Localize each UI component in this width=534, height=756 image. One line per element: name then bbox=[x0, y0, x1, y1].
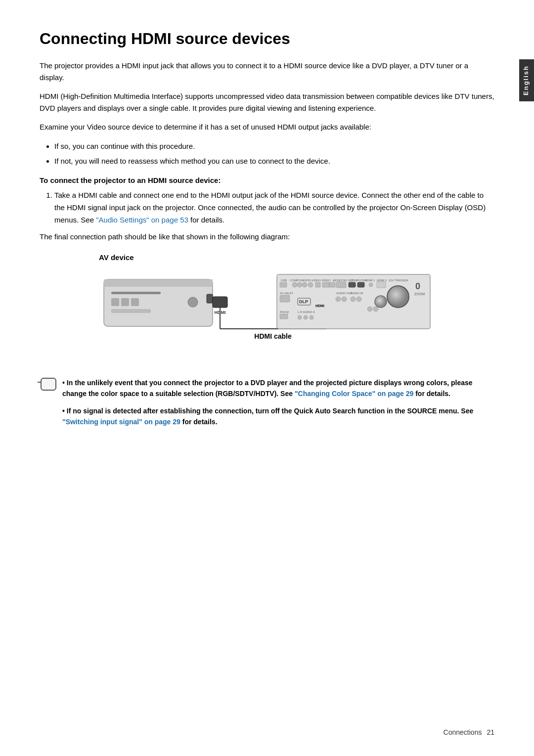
page-title: Connecting HDMI source devices bbox=[40, 30, 494, 48]
svg-text:RS232: RS232 bbox=[280, 311, 289, 313]
svg-point-61 bbox=[310, 315, 313, 319]
svg-point-52 bbox=[375, 296, 387, 308]
svg-text:HDMI 1: HDMI 1 bbox=[365, 279, 375, 282]
svg-rect-57 bbox=[280, 314, 288, 319]
note2-bullet: • bbox=[62, 407, 67, 415]
steps-list: Take a HDMI cable and connect one end to… bbox=[54, 189, 494, 226]
svg-text:0: 0 bbox=[415, 281, 420, 291]
svg-rect-38 bbox=[357, 282, 364, 287]
svg-rect-42 bbox=[280, 295, 290, 302]
page-footer: Connections 21 bbox=[444, 728, 494, 736]
svg-text:HDMI 2: HDMI 2 bbox=[377, 279, 387, 282]
list-item: If not, you will need to reassess which … bbox=[54, 155, 494, 168]
footer-text: Connections bbox=[444, 728, 482, 736]
svg-rect-8 bbox=[111, 309, 151, 313]
svg-point-59 bbox=[298, 315, 302, 319]
svg-point-60 bbox=[304, 315, 308, 319]
svg-text:USB: USB bbox=[281, 279, 287, 282]
svg-rect-10 bbox=[213, 297, 227, 308]
svg-point-32 bbox=[308, 282, 313, 287]
subsection-title: To connect the projector to an HDMI sour… bbox=[40, 176, 494, 184]
diagram-area: AV device bbox=[40, 253, 494, 363]
footer-page: 21 bbox=[487, 728, 494, 736]
svg-rect-6 bbox=[131, 298, 139, 306]
svg-point-48 bbox=[356, 297, 361, 302]
svg-point-39 bbox=[369, 283, 373, 287]
note2-text: • If no signal is detected after establi… bbox=[62, 405, 494, 428]
step1-end: for details. bbox=[188, 216, 224, 224]
svg-text:HDMI cable: HDMI cable bbox=[254, 332, 292, 340]
svg-rect-40 bbox=[377, 282, 386, 288]
bullet-list: If so, you can continue with this proced… bbox=[54, 140, 494, 167]
note1-bullet: • bbox=[62, 379, 67, 387]
svg-point-29 bbox=[292, 282, 297, 287]
svg-rect-28 bbox=[280, 282, 287, 287]
note-icon-1 bbox=[40, 377, 57, 391]
connection-diagram: HDMI HDMI cable HDMI USB COMPONENT S-VID bbox=[94, 265, 440, 363]
svg-rect-37 bbox=[349, 282, 356, 287]
note-icon-shape bbox=[41, 378, 56, 391]
svg-point-47 bbox=[351, 297, 356, 302]
svg-text:HDMI: HDMI bbox=[315, 304, 324, 308]
svg-point-53 bbox=[387, 286, 409, 308]
intro-para-2: HDMI (High-Definition Multimedia Interfa… bbox=[40, 90, 494, 114]
av-device-shape bbox=[104, 279, 213, 326]
page-wrapper: English Connecting HDMI source devices T… bbox=[0, 0, 534, 756]
svg-text:S-VIDEO: S-VIDEO bbox=[309, 279, 321, 282]
svg-rect-34 bbox=[322, 282, 329, 287]
svg-rect-35 bbox=[329, 282, 335, 287]
svg-rect-9 bbox=[207, 294, 213, 303]
svg-point-7 bbox=[188, 297, 198, 307]
intro-para-3: Examine your Video source device to dete… bbox=[40, 121, 494, 133]
svg-text:VIDEO: VIDEO bbox=[321, 279, 331, 282]
svg-point-46 bbox=[342, 297, 347, 302]
svg-text:DLP: DLP bbox=[299, 299, 308, 304]
svg-text:12V TRIGGER: 12V TRIGGER bbox=[389, 279, 408, 282]
intro-para-1: The projector provides a HDMI input jack… bbox=[40, 60, 494, 84]
projector-panel: USB COMPONENT S-VIDEO VIDEO MONITOR OUT … bbox=[277, 274, 430, 329]
note-item-1: • In the unlikely event that you connect… bbox=[40, 377, 494, 400]
list-item: Take a HDMI cable and connect one end to… bbox=[54, 189, 494, 226]
av-device-label: AV device bbox=[99, 253, 134, 262]
connection-para: The final connection path should be like… bbox=[40, 231, 494, 243]
step1-link[interactable]: "Audio Settings" on page 53 bbox=[96, 216, 188, 224]
svg-text:AUDIO IN: AUDIO IN bbox=[350, 292, 363, 295]
svg-point-45 bbox=[336, 297, 341, 302]
svg-text:ZOOM: ZOOM bbox=[414, 292, 425, 296]
svg-rect-33 bbox=[315, 282, 320, 287]
svg-text:COMPONENT: COMPONENT bbox=[290, 279, 309, 282]
svg-text:AC-INLET: AC-INLET bbox=[280, 292, 294, 295]
svg-text:L   R AUDIO A: L R AUDIO A bbox=[298, 311, 315, 313]
svg-point-54 bbox=[367, 307, 372, 311]
language-tab-text: English bbox=[522, 65, 530, 95]
note-item-2: • If no signal is detected after establi… bbox=[62, 405, 494, 428]
svg-rect-2 bbox=[104, 283, 213, 287]
list-item: If so, you can continue with this proced… bbox=[54, 140, 494, 153]
note1-text: • In the unlikely event that you connect… bbox=[62, 377, 494, 400]
svg-rect-5 bbox=[121, 298, 129, 306]
svg-rect-3 bbox=[111, 292, 161, 294]
svg-point-55 bbox=[373, 307, 378, 311]
notes-section: • In the unlikely event that you connect… bbox=[40, 377, 494, 428]
language-tab: English bbox=[519, 59, 534, 101]
svg-point-30 bbox=[297, 282, 302, 287]
svg-point-31 bbox=[302, 282, 307, 287]
svg-rect-4 bbox=[111, 298, 119, 306]
note1-link[interactable]: "Changing Color Space" on page 29 bbox=[295, 390, 413, 398]
svg-rect-36 bbox=[336, 282, 346, 288]
note2-link[interactable]: "Switching input signal" on page 29 bbox=[62, 418, 180, 426]
